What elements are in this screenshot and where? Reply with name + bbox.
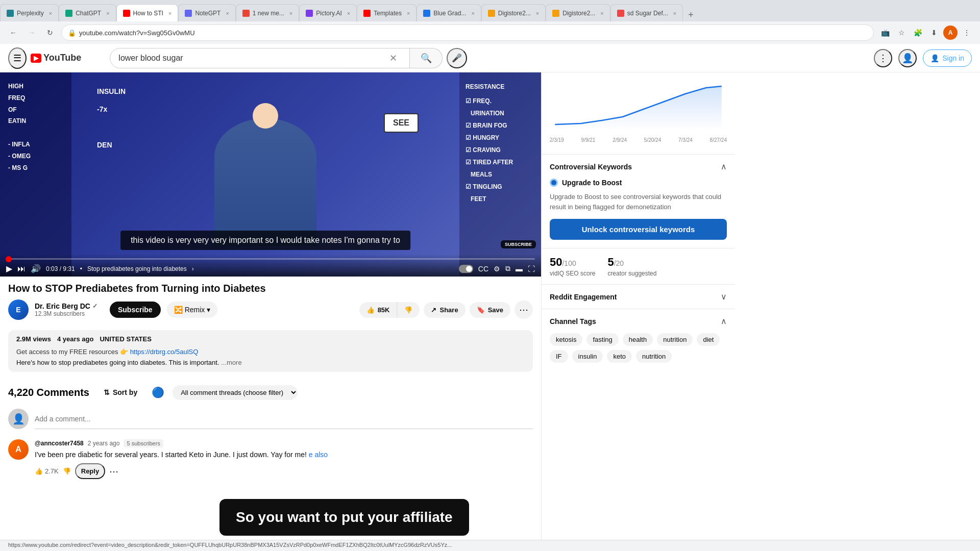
new-tab-button[interactable]: + — [683, 10, 699, 20]
tab-close-icon[interactable]: × — [471, 10, 474, 16]
profile-button[interactable]: A — [943, 26, 958, 40]
tab-perplexity[interactable]: Perplexity × — [0, 4, 59, 21]
tag-keto[interactable]: keto — [607, 350, 632, 363]
address-input[interactable] — [79, 29, 867, 37]
tab-close-icon[interactable]: × — [289, 10, 292, 16]
channel-tags-title: Channel Tags — [550, 317, 596, 325]
reddit-engagement-header[interactable]: Reddit Engagement ∨ — [542, 285, 735, 309]
comment-dislike-button[interactable]: 👎 — [63, 467, 71, 475]
tag-diet[interactable]: diet — [697, 333, 720, 346]
tab-chatgpt[interactable]: ChatGPT × — [59, 4, 116, 21]
account-button[interactable]: 👤 — [898, 49, 917, 67]
tab-new-msg[interactable]: 1 new me... × — [236, 4, 299, 21]
back-button[interactable]: ← — [6, 26, 20, 40]
download-button[interactable]: ⬇ — [927, 26, 941, 40]
save-button[interactable]: 🔖 Save — [470, 302, 510, 318]
like-button[interactable]: 👍 85K — [359, 302, 398, 318]
cast-button[interactable]: 📺 — [878, 26, 892, 40]
comment-more-button[interactable]: ⋯ — [109, 466, 118, 477]
tags-container: ketosis fasting health nutrition diet IF… — [542, 333, 735, 371]
subtitles-icon[interactable]: CC — [478, 265, 488, 273]
comment-actions: 👍 2.7K 👎 Reply ⋯ — [35, 463, 533, 479]
tag-ketosis[interactable]: ketosis — [550, 333, 582, 346]
menu-button[interactable]: ⋮ — [960, 26, 974, 40]
tab-close-icon[interactable]: × — [347, 10, 350, 16]
comment-filter-select[interactable]: All comment threads (choose filter) — [173, 385, 298, 400]
search-input[interactable] — [118, 54, 389, 63]
signin-button[interactable]: 👤 Sign in — [923, 49, 972, 67]
search-button[interactable]: 🔍 — [410, 48, 443, 68]
tag-health[interactable]: health — [623, 333, 653, 346]
search-clear-icon[interactable]: ✕ — [389, 53, 397, 64]
extensions-button[interactable]: 🧩 — [911, 26, 925, 40]
tag-nutrition[interactable]: nutrition — [657, 333, 693, 346]
tag-insulin[interactable]: insulin — [572, 350, 603, 363]
video-meta: 2.9M views 4 years ago UNITED STATES Get… — [8, 330, 533, 372]
address-bar[interactable]: 🔒 — [61, 24, 874, 41]
autoplay-toggle[interactable] — [459, 265, 473, 273]
more-link[interactable]: ...more — [221, 359, 241, 366]
tab-close-icon[interactable]: × — [407, 10, 410, 16]
share-button[interactable]: ↗ Share — [424, 302, 465, 318]
tab-close-icon[interactable]: × — [226, 10, 229, 16]
bookmark-button[interactable]: ☆ — [894, 26, 909, 40]
progress-bar[interactable] — [6, 258, 535, 260]
tab-notegpt[interactable]: NoteGPT × — [178, 4, 235, 21]
controversial-keywords-header[interactable]: Controversial Keywords ∧ — [542, 155, 735, 179]
forward-button[interactable]: → — [24, 26, 39, 40]
play-icon[interactable]: ▶ — [6, 264, 12, 273]
yt-logo-area: ☰ ▶ YouTube — [8, 47, 81, 69]
description-link[interactable]: https://drbrg.co/5aulSQ — [130, 348, 199, 356]
creator-score-item: 5/20 creator suggested — [607, 256, 656, 277]
tag-if[interactable]: IF — [550, 350, 568, 363]
tab-blue-grad[interactable]: Blue Grad... × — [416, 4, 481, 21]
browser-chrome: Perplexity × ChatGPT × How to STI × Note… — [0, 0, 980, 44]
filter-icon: 🔵 — [152, 386, 164, 398]
yt-logo-icon: ▶ — [31, 54, 41, 63]
dislike-button[interactable]: 👎 — [397, 302, 420, 318]
miniplayer-icon[interactable]: ⧉ — [505, 264, 510, 273]
tab-templates[interactable]: Templates × — [357, 4, 416, 21]
tab-close-icon[interactable]: × — [536, 10, 539, 16]
tab-close-icon[interactable]: × — [106, 10, 109, 16]
tab-close-icon[interactable]: × — [168, 10, 172, 16]
tab-close-icon[interactable]: × — [49, 10, 52, 16]
video-thumbnail: HIGHFREQOFEATIN- INFLA- OMEG- MS G INSUL… — [0, 72, 541, 277]
tab-digistore1[interactable]: Digistore2... × — [481, 4, 546, 21]
theater-icon[interactable]: ▬ — [516, 265, 523, 273]
channel-avatar[interactable]: E — [8, 299, 29, 320]
hamburger-menu[interactable]: ☰ — [8, 47, 27, 69]
comment-input[interactable] — [35, 409, 533, 429]
yt-logo[interactable]: ▶ YouTube — [31, 53, 81, 63]
tab-digistore2[interactable]: Digistore2... × — [546, 4, 610, 21]
tab-close-icon[interactable]: × — [600, 10, 603, 16]
settings-icon[interactable]: ⚙ — [494, 265, 500, 273]
commenter-avatar: A — [8, 439, 29, 460]
fullscreen-icon[interactable]: ⛶ — [528, 265, 535, 273]
sort-by-button[interactable]: ⇅ Sort by — [97, 384, 143, 400]
tab-sugar-def[interactable]: sd Sugar Def... × — [610, 4, 683, 21]
youtube-header: ☰ ▶ YouTube ✕ 🔍 🎤 ⋮ 👤 👤 Sign in — [0, 44, 980, 72]
chapter-arrow[interactable]: › — [192, 265, 194, 272]
comment-like-button[interactable]: 👍 2.7K — [35, 467, 59, 475]
volume-icon[interactable]: 🔊 — [31, 264, 41, 273]
mic-button[interactable]: 🎤 — [447, 48, 467, 68]
next-icon[interactable]: ⏭ — [17, 264, 26, 273]
tag-nutrition-2[interactable]: nutrition — [636, 350, 672, 363]
video-controls[interactable]: ▶ ⏭ 🔊 0:03 / 9:31 • Stop prediabetes goi… — [0, 254, 541, 277]
tag-fasting[interactable]: fasting — [586, 333, 618, 346]
video-player[interactable]: HIGHFREQOFEATIN- INFLA- OMEG- MS G INSUL… — [0, 72, 541, 277]
save-icon: 🔖 — [477, 306, 485, 314]
reddit-engagement-section: Reddit Engagement ∨ — [542, 284, 735, 309]
comment-reply-button[interactable]: Reply — [75, 463, 105, 479]
subscribe-button[interactable]: Subscribe — [110, 302, 161, 318]
tab-close-icon[interactable]: × — [673, 10, 676, 16]
tab-how-to-sti[interactable]: How to STI × — [116, 4, 179, 21]
more-actions-button[interactable]: ⋯ — [514, 300, 533, 319]
channel-tags-header[interactable]: Channel Tags ∧ — [542, 309, 735, 333]
tab-pictory[interactable]: Pictory.AI × — [299, 4, 357, 21]
refresh-button[interactable]: ↻ — [43, 26, 57, 40]
more-options-button[interactable]: ⋮ — [874, 49, 892, 67]
remix-button[interactable]: 🔀 Remix ▾ — [167, 302, 218, 318]
unlock-keywords-button[interactable]: Unlock controversial keywords — [550, 219, 727, 240]
